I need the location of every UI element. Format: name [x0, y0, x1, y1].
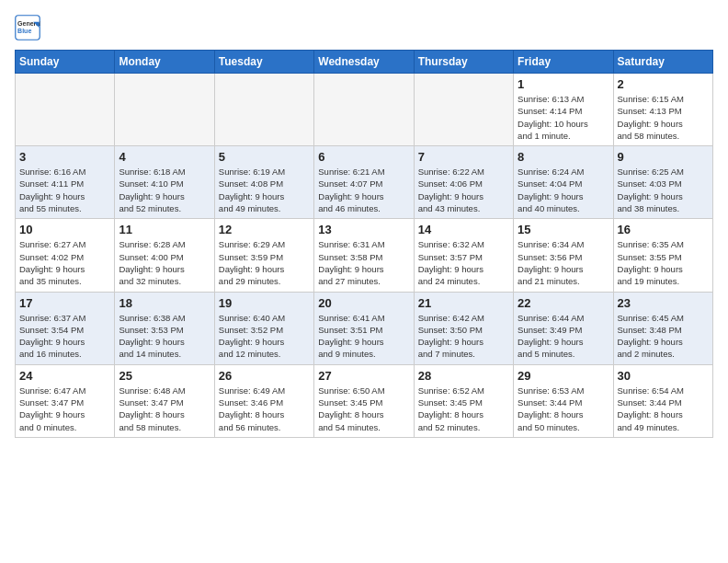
- week-row-1: 3Sunrise: 6:16 AM Sunset: 4:11 PM Daylig…: [16, 146, 713, 219]
- calendar-cell: 27Sunrise: 6:50 AM Sunset: 3:45 PM Dayli…: [314, 364, 414, 437]
- calendar-cell: 23Sunrise: 6:45 AM Sunset: 3:48 PM Dayli…: [613, 292, 712, 364]
- calendar-cell: 30Sunrise: 6:54 AM Sunset: 3:44 PM Dayli…: [613, 364, 712, 437]
- calendar-cell: [115, 74, 214, 146]
- calendar-cell: 24Sunrise: 6:47 AM Sunset: 3:47 PM Dayli…: [16, 364, 115, 437]
- logo-icon: General Blue: [15, 15, 40, 40]
- week-row-3: 17Sunrise: 6:37 AM Sunset: 3:54 PM Dayli…: [16, 292, 713, 364]
- calendar-cell: 3Sunrise: 6:16 AM Sunset: 4:11 PM Daylig…: [16, 146, 115, 219]
- calendar: SundayMondayTuesdayWednesdayThursdayFrid…: [15, 50, 713, 438]
- day-number: 26: [219, 369, 310, 383]
- calendar-cell: 16Sunrise: 6:35 AM Sunset: 3:55 PM Dayli…: [613, 219, 712, 292]
- calendar-cell: [214, 74, 313, 146]
- day-number: 29: [518, 369, 609, 383]
- calendar-cell: 28Sunrise: 6:52 AM Sunset: 3:45 PM Dayli…: [414, 364, 513, 437]
- day-number: 23: [618, 296, 709, 310]
- day-info: Sunrise: 6:52 AM Sunset: 3:45 PM Dayligh…: [418, 385, 509, 433]
- week-row-0: 1Sunrise: 6:13 AM Sunset: 4:14 PM Daylig…: [16, 74, 713, 146]
- calendar-cell: 21Sunrise: 6:42 AM Sunset: 3:50 PM Dayli…: [414, 292, 513, 364]
- calendar-cell: [314, 74, 414, 146]
- day-number: 18: [119, 296, 210, 310]
- day-info: Sunrise: 6:37 AM Sunset: 3:54 PM Dayligh…: [19, 312, 110, 361]
- calendar-cell: 18Sunrise: 6:38 AM Sunset: 3:53 PM Dayli…: [115, 292, 214, 364]
- day-number: 19: [219, 296, 310, 310]
- day-number: 10: [19, 223, 110, 236]
- calendar-cell: 17Sunrise: 6:37 AM Sunset: 3:54 PM Dayli…: [16, 292, 115, 364]
- day-number: 22: [518, 296, 609, 310]
- day-info: Sunrise: 6:28 AM Sunset: 4:00 PM Dayligh…: [119, 238, 210, 287]
- day-number: 30: [618, 369, 709, 383]
- day-info: Sunrise: 6:32 AM Sunset: 3:57 PM Dayligh…: [418, 238, 509, 287]
- day-info: Sunrise: 6:47 AM Sunset: 3:47 PM Dayligh…: [19, 385, 110, 433]
- day-info: Sunrise: 6:44 AM Sunset: 3:49 PM Dayligh…: [518, 312, 609, 361]
- calendar-cell: 12Sunrise: 6:29 AM Sunset: 3:59 PM Dayli…: [214, 219, 313, 292]
- day-number: 7: [418, 150, 509, 164]
- day-info: Sunrise: 6:49 AM Sunset: 3:46 PM Dayligh…: [219, 385, 310, 433]
- weekday-header-row: SundayMondayTuesdayWednesdayThursdayFrid…: [16, 51, 713, 74]
- day-info: Sunrise: 6:35 AM Sunset: 3:55 PM Dayligh…: [618, 238, 709, 287]
- day-info: Sunrise: 6:15 AM Sunset: 4:13 PM Dayligh…: [618, 93, 709, 142]
- day-info: Sunrise: 6:34 AM Sunset: 3:56 PM Dayligh…: [518, 238, 609, 287]
- day-number: 21: [418, 296, 509, 310]
- day-number: 15: [518, 223, 609, 236]
- day-number: 9: [618, 150, 709, 164]
- day-info: Sunrise: 6:54 AM Sunset: 3:44 PM Dayligh…: [618, 385, 709, 433]
- day-number: 27: [318, 369, 409, 383]
- day-number: 2: [618, 77, 709, 91]
- calendar-cell: 8Sunrise: 6:24 AM Sunset: 4:04 PM Daylig…: [514, 146, 613, 219]
- calendar-cell: 19Sunrise: 6:40 AM Sunset: 3:52 PM Dayli…: [214, 292, 313, 364]
- svg-text:Blue: Blue: [17, 28, 31, 34]
- day-info: Sunrise: 6:18 AM Sunset: 4:10 PM Dayligh…: [119, 166, 210, 214]
- day-info: Sunrise: 6:38 AM Sunset: 3:53 PM Dayligh…: [119, 312, 210, 361]
- day-number: 1: [518, 77, 609, 91]
- day-number: 4: [119, 150, 210, 164]
- calendar-cell: 4Sunrise: 6:18 AM Sunset: 4:10 PM Daylig…: [115, 146, 214, 219]
- day-number: 28: [418, 369, 509, 383]
- page: General Blue SundayMondayTuesdayWednesda…: [0, 0, 728, 563]
- day-info: Sunrise: 6:24 AM Sunset: 4:04 PM Dayligh…: [518, 166, 609, 214]
- weekday-header-wednesday: Wednesday: [314, 51, 414, 74]
- calendar-cell: 20Sunrise: 6:41 AM Sunset: 3:51 PM Dayli…: [314, 292, 414, 364]
- calendar-cell: 15Sunrise: 6:34 AM Sunset: 3:56 PM Dayli…: [514, 219, 613, 292]
- day-info: Sunrise: 6:27 AM Sunset: 4:02 PM Dayligh…: [19, 238, 110, 287]
- day-number: 13: [318, 223, 409, 236]
- calendar-cell: 1Sunrise: 6:13 AM Sunset: 4:14 PM Daylig…: [514, 74, 613, 146]
- day-info: Sunrise: 6:21 AM Sunset: 4:07 PM Dayligh…: [318, 166, 409, 214]
- day-info: Sunrise: 6:22 AM Sunset: 4:06 PM Dayligh…: [418, 166, 509, 214]
- calendar-cell: 2Sunrise: 6:15 AM Sunset: 4:13 PM Daylig…: [613, 74, 712, 146]
- day-info: Sunrise: 6:19 AM Sunset: 4:08 PM Dayligh…: [219, 166, 310, 214]
- weekday-header-sunday: Sunday: [16, 51, 115, 74]
- day-number: 20: [318, 296, 409, 310]
- day-number: 5: [219, 150, 310, 164]
- day-number: 3: [19, 150, 110, 164]
- day-number: 12: [219, 223, 310, 236]
- week-row-2: 10Sunrise: 6:27 AM Sunset: 4:02 PM Dayli…: [16, 219, 713, 292]
- header: General Blue: [15, 15, 713, 40]
- calendar-cell: 26Sunrise: 6:49 AM Sunset: 3:46 PM Dayli…: [214, 364, 313, 437]
- day-info: Sunrise: 6:16 AM Sunset: 4:11 PM Dayligh…: [19, 166, 110, 214]
- calendar-cell: [16, 74, 115, 146]
- day-info: Sunrise: 6:13 AM Sunset: 4:14 PM Dayligh…: [518, 93, 609, 142]
- calendar-cell: [414, 74, 513, 146]
- day-info: Sunrise: 6:29 AM Sunset: 3:59 PM Dayligh…: [219, 238, 310, 287]
- day-info: Sunrise: 6:40 AM Sunset: 3:52 PM Dayligh…: [219, 312, 310, 361]
- day-number: 6: [318, 150, 409, 164]
- calendar-cell: 25Sunrise: 6:48 AM Sunset: 3:47 PM Dayli…: [115, 364, 214, 437]
- weekday-header-monday: Monday: [115, 51, 214, 74]
- calendar-cell: 9Sunrise: 6:25 AM Sunset: 4:03 PM Daylig…: [613, 146, 712, 219]
- day-number: 24: [19, 369, 110, 383]
- logo: General Blue: [15, 15, 44, 40]
- day-info: Sunrise: 6:25 AM Sunset: 4:03 PM Dayligh…: [618, 166, 709, 214]
- calendar-cell: 22Sunrise: 6:44 AM Sunset: 3:49 PM Dayli…: [514, 292, 613, 364]
- day-number: 25: [119, 369, 210, 383]
- day-number: 8: [518, 150, 609, 164]
- calendar-cell: 10Sunrise: 6:27 AM Sunset: 4:02 PM Dayli…: [16, 219, 115, 292]
- day-info: Sunrise: 6:45 AM Sunset: 3:48 PM Dayligh…: [618, 312, 709, 361]
- weekday-header-thursday: Thursday: [414, 51, 513, 74]
- calendar-cell: 29Sunrise: 6:53 AM Sunset: 3:44 PM Dayli…: [514, 364, 613, 437]
- calendar-cell: 7Sunrise: 6:22 AM Sunset: 4:06 PM Daylig…: [414, 146, 513, 219]
- calendar-cell: 13Sunrise: 6:31 AM Sunset: 3:58 PM Dayli…: [314, 219, 414, 292]
- weekday-header-friday: Friday: [514, 51, 613, 74]
- day-number: 16: [618, 223, 709, 236]
- calendar-cell: 5Sunrise: 6:19 AM Sunset: 4:08 PM Daylig…: [214, 146, 313, 219]
- week-row-4: 24Sunrise: 6:47 AM Sunset: 3:47 PM Dayli…: [16, 364, 713, 437]
